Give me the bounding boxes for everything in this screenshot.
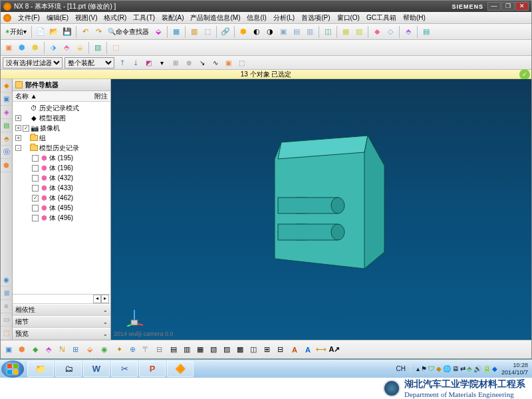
maximize-button[interactable]: ❐ xyxy=(501,2,515,11)
menu-edit[interactable]: 编辑(E) xyxy=(43,13,72,23)
menu-window[interactable]: 窗口(O) xyxy=(334,13,363,23)
bb5-icon[interactable]: ℕ xyxy=(56,344,68,356)
tree-node[interactable]: ⬢体 (495) xyxy=(13,203,110,213)
bb8-icon[interactable]: ◉ xyxy=(98,344,110,356)
bb16-icon[interactable]: ▧ xyxy=(207,344,219,356)
lang-indicator[interactable]: CH xyxy=(396,365,406,372)
view-triad-icon[interactable] xyxy=(124,307,144,327)
menu-tools[interactable]: 工具(T) xyxy=(130,13,158,23)
tree-node[interactable]: ⏱历史记录模式 xyxy=(13,103,110,113)
task-snip-icon[interactable]: ✂ xyxy=(111,361,138,377)
menu-file[interactable]: 文件(F) xyxy=(15,13,43,23)
asm7-icon[interactable]: ▧ xyxy=(92,42,104,54)
bb14-icon[interactable]: ▥ xyxy=(181,344,193,356)
tb-n1[interactable]: ⬘ xyxy=(402,26,414,38)
tab-j-icon[interactable]: ≡ xyxy=(1,300,12,313)
tray-up-icon[interactable]: ▴ xyxy=(416,365,420,372)
tb-grid-icon[interactable]: ▤ xyxy=(420,26,432,38)
task-explorer-icon[interactable]: 📁 xyxy=(27,361,54,377)
bb-text-a2[interactable]: A xyxy=(302,344,314,356)
open-icon[interactable]: 📂 xyxy=(48,26,60,38)
undo-icon[interactable]: ↶ xyxy=(79,26,91,38)
bb10-icon[interactable]: ⊕ xyxy=(126,344,138,356)
tb-layer1[interactable]: ▦ xyxy=(340,26,352,38)
tab-l-icon[interactable]: ⬚ xyxy=(1,327,12,340)
clock[interactable]: 10:28 2014/10/7 xyxy=(501,362,528,376)
column-headers[interactable]: 名称 ▲ 附注 xyxy=(13,91,110,102)
acc-preview[interactable]: 预览⌄ xyxy=(13,328,110,340)
asm8-icon[interactable]: ⬚ xyxy=(110,42,122,54)
tb-layer2[interactable]: ▨ xyxy=(353,26,365,38)
sel-c-icon[interactable]: ⊞ xyxy=(170,57,181,68)
bb11-icon[interactable]: 〒 xyxy=(140,344,152,356)
sel-up-icon[interactable]: ⤒ xyxy=(116,57,128,68)
task-ppt-icon[interactable]: P xyxy=(139,361,166,377)
sel-g-icon[interactable]: ▣ xyxy=(223,57,234,68)
tb-b[interactable]: ▦ xyxy=(170,26,182,38)
task-nx-icon[interactable]: 🔶 xyxy=(167,361,194,377)
menu-gctool[interactable]: GC工具箱 xyxy=(363,13,400,23)
sel-h-icon[interactable]: ⬚ xyxy=(236,57,247,68)
tree-node[interactable]: ⬢体 (195) xyxy=(13,153,110,163)
tray-av-icon[interactable]: ◆ xyxy=(436,365,442,372)
asm2-icon[interactable]: ⬢ xyxy=(16,42,28,54)
tray-shield-icon[interactable]: 🛡 xyxy=(428,365,435,372)
status-bubble-icon[interactable]: ✓ xyxy=(519,69,530,80)
bb17-icon[interactable]: ▨ xyxy=(221,344,233,356)
render2-icon[interactable]: ◑ xyxy=(264,26,276,38)
col-name[interactable]: 名称 ▲ xyxy=(15,92,94,101)
menu-analysis[interactable]: 分析(L) xyxy=(270,13,298,23)
bb-dim-icon[interactable]: ⟷ xyxy=(315,344,327,356)
bb2-icon[interactable]: ⬢ xyxy=(16,344,28,356)
bb15-icon[interactable]: ▦ xyxy=(194,344,206,356)
tray-net-icon[interactable]: 🌐 xyxy=(443,365,451,372)
filter-select[interactable]: 没有选择过滤器 xyxy=(3,57,63,68)
tab-e-icon[interactable]: ⬘ xyxy=(1,132,12,146)
sel-d-icon[interactable]: ⊕ xyxy=(183,57,194,68)
tray-r-icon[interactable]: ◆ xyxy=(492,365,497,372)
menu-prefs[interactable]: 首选项(P) xyxy=(298,13,333,23)
asm4-icon[interactable]: ⬗ xyxy=(47,42,59,54)
menu-assembly[interactable]: 装配(A) xyxy=(158,13,187,23)
menu-format[interactable]: 格式(R) xyxy=(100,13,130,23)
sel-dn-icon[interactable]: ⤓ xyxy=(130,57,141,68)
bb-text-a[interactable]: A xyxy=(289,344,301,356)
asm1-icon[interactable]: ▣ xyxy=(3,42,15,54)
asm3-icon[interactable]: ⬢ xyxy=(29,42,41,54)
bb20-icon[interactable]: ⊞ xyxy=(261,344,273,356)
tray-help-icon[interactable]: ❔ xyxy=(407,365,415,372)
tab-k-icon[interactable]: ▭ xyxy=(1,313,12,327)
acc-details[interactable]: 细节⌄ xyxy=(13,316,110,328)
tb-sec-icon[interactable]: ◫ xyxy=(322,26,334,38)
bb18-icon[interactable]: ▩ xyxy=(234,344,246,356)
bb21-icon[interactable]: ⊟ xyxy=(274,344,286,356)
tree-node[interactable]: ⬢体 (432) xyxy=(13,173,110,183)
menu-pmi[interactable]: 产品制造信息(M) xyxy=(187,13,243,23)
bb7-icon[interactable]: ⬙ xyxy=(84,344,96,356)
bb6-icon[interactable]: ⊞ xyxy=(69,344,81,356)
tb-m2[interactable]: ◇ xyxy=(384,26,396,38)
tb-a[interactable]: ⬙ xyxy=(152,26,164,38)
shaded-icon[interactable]: ⬢ xyxy=(237,26,249,38)
tree-node[interactable]: ⬢体 (196) xyxy=(13,163,110,173)
start-button[interactable]: ✶开始▾ xyxy=(3,26,29,38)
tab-i-icon[interactable]: ⊞ xyxy=(1,287,12,300)
sel-a-icon[interactable]: ◩ xyxy=(143,57,154,68)
tb-box2[interactable]: ▤ xyxy=(291,26,303,38)
bb1-icon[interactable]: ▣ xyxy=(3,344,15,356)
tray-bat-icon[interactable]: 🔋 xyxy=(483,365,491,372)
tree-node[interactable]: ⬢体 (433) xyxy=(13,183,110,193)
asm5-icon[interactable]: ⬘ xyxy=(61,42,72,54)
tb-m1[interactable]: ◆ xyxy=(371,26,383,38)
bb-text-a3[interactable]: A↗ xyxy=(329,344,340,356)
tray-q-icon[interactable]: ⬘ xyxy=(467,365,472,372)
close-button[interactable]: ✕ xyxy=(515,2,529,11)
tab-h-icon[interactable]: ◉ xyxy=(1,273,12,287)
tb-d[interactable]: ⬚ xyxy=(201,26,213,38)
sel-e-icon[interactable]: ↘ xyxy=(196,57,207,68)
task-word-icon[interactable]: W xyxy=(83,361,110,377)
tree-node[interactable]: +✓📷摄像机 xyxy=(13,123,110,133)
new-icon[interactable]: 📄 xyxy=(35,26,47,38)
command-finder[interactable]: 🔍命令查找器 xyxy=(106,26,151,38)
menu-view[interactable]: 视图(V) xyxy=(72,13,100,23)
